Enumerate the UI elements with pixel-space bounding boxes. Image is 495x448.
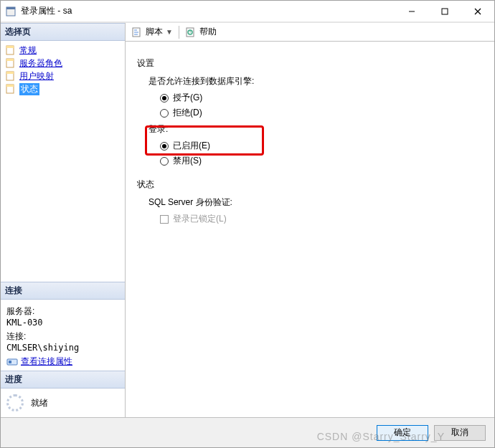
radio-disabled-label: 禁用(S) <box>173 155 202 167</box>
nav-item-user-mapping[interactable]: 用户映射 <box>4 70 122 82</box>
svg-rect-7 <box>6 46 14 48</box>
connection-properties-icon <box>6 356 18 368</box>
cancel-button[interactable]: 取消 <box>434 425 486 441</box>
radio-icon <box>160 142 169 151</box>
svg-rect-11 <box>6 72 14 74</box>
status-group-title: 状态 <box>137 178 483 191</box>
svg-rect-9 <box>6 59 14 61</box>
connection-block: 服务器: KML-030 连接: CMLSER\shiying 查看连接属性 <box>1 300 125 371</box>
radio-icon <box>160 94 169 103</box>
script-icon <box>131 27 143 38</box>
svg-rect-15 <box>9 361 11 363</box>
close-button[interactable] <box>461 1 494 22</box>
radio-icon <box>160 157 169 166</box>
progress-status: 就绪 <box>31 397 48 409</box>
ok-button[interactable]: 确定 <box>377 425 428 441</box>
svg-rect-3 <box>442 9 448 14</box>
toolbar-separator <box>179 26 179 39</box>
page-icon <box>5 83 16 95</box>
radio-grant[interactable]: 授予(G) <box>160 92 483 104</box>
minimize-button[interactable] <box>395 1 428 22</box>
progress-spinner-icon <box>6 394 24 411</box>
svg-rect-1 <box>6 7 15 9</box>
page-icon <box>5 70 16 82</box>
radio-deny-label: 拒绝(D) <box>173 107 202 119</box>
connection-header: 连接 <box>1 282 125 300</box>
nav-item-label: 用户映射 <box>19 70 54 82</box>
toolbar: 脚本 ▼ ? 帮助 <box>126 23 494 42</box>
login-locked-label: 登录已锁定(L) <box>173 213 227 225</box>
app-icon <box>5 6 16 17</box>
nav-item-label: 状态 <box>19 83 39 95</box>
progress-header: 进度 <box>1 371 125 389</box>
view-connection-properties-link[interactable]: 查看连接属性 <box>21 356 72 368</box>
server-label: 服务器: <box>6 305 119 318</box>
settings-group-title: 设置 <box>137 57 483 70</box>
server-value: KML-030 <box>6 318 119 328</box>
nav-list: 常规 服务器角色 用户映射 状态 <box>1 41 125 98</box>
radio-icon <box>160 109 169 118</box>
left-pane: 选择页 常规 服务器角色 用户映射 状态 <box>1 23 126 417</box>
radio-disabled[interactable]: 禁用(S) <box>160 155 483 167</box>
permission-label: 是否允许连接到数据库引擎: <box>148 75 483 87</box>
sql-auth-label: SQL Server 身份验证: <box>148 196 483 209</box>
dialog-window: 登录属性 - sa 选择页 常规 服务器角色 <box>0 0 495 448</box>
select-page-header: 选择页 <box>1 23 125 41</box>
login-locked-row: 登录已锁定(L) <box>160 213 483 225</box>
title-bar: 登录属性 - sa <box>1 1 494 22</box>
page-icon <box>5 57 16 69</box>
nav-item-status[interactable]: 状态 <box>4 82 122 95</box>
window-title: 登录属性 - sa <box>21 5 72 17</box>
radio-enabled[interactable]: 已启用(E) <box>160 140 483 152</box>
script-button[interactable]: 脚本 <box>146 26 163 38</box>
radio-enabled-label: 已启用(E) <box>173 140 210 152</box>
dialog-footer: CSDN @Starry_Starry_Y 确定 取消 <box>1 417 494 447</box>
ok-button-label: 确定 <box>394 426 411 439</box>
nav-item-label: 服务器角色 <box>19 57 62 70</box>
login-label: 登录: <box>148 123 483 135</box>
body-area: 选择页 常规 服务器角色 用户映射 状态 <box>1 22 494 417</box>
nav-item-general[interactable]: 常规 <box>4 44 122 57</box>
radio-deny[interactable]: 拒绝(D) <box>160 107 483 119</box>
page-icon <box>5 44 16 56</box>
help-icon: ? <box>185 27 197 38</box>
nav-item-label: 常规 <box>19 44 37 57</box>
checkbox-icon <box>160 215 169 224</box>
right-pane: 脚本 ▼ ? 帮助 设置 是否允许连接到数据库引擎: 授予(G) 拒绝(D) <box>126 23 494 417</box>
nav-item-server-roles[interactable]: 服务器角色 <box>4 57 122 70</box>
progress-block: 就绪 <box>1 389 125 417</box>
maximize-button[interactable] <box>428 1 461 22</box>
svg-rect-13 <box>6 85 14 87</box>
cancel-button-label: 取消 <box>451 426 468 439</box>
content-area: 设置 是否允许连接到数据库引擎: 授予(G) 拒绝(D) 登录: 已启用(E) <box>126 42 494 417</box>
connection-label: 连接: <box>6 330 119 343</box>
help-button[interactable]: 帮助 <box>199 26 217 38</box>
radio-grant-label: 授予(G) <box>173 92 202 104</box>
script-dropdown-icon[interactable]: ▼ <box>166 28 173 36</box>
connection-value: CMLSER\shiying <box>6 343 119 353</box>
